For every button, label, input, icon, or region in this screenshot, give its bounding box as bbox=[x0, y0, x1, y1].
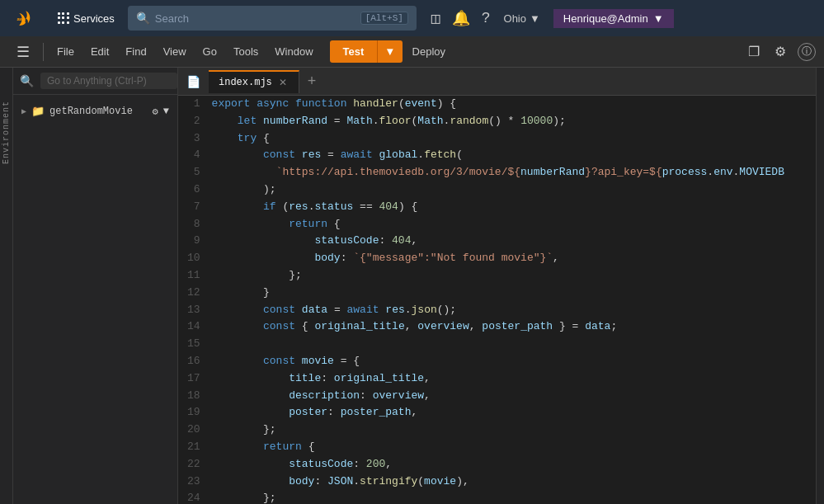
line-code: const res = await global.fetch( bbox=[212, 147, 816, 164]
line-code: if (res.status == 404) { bbox=[212, 199, 816, 216]
user-button[interactable]: Henrique@Admin ▼ bbox=[553, 9, 674, 28]
table-row: 1 export async function handler(event) { bbox=[178, 96, 816, 113]
tabs-bar: 📄 index.mjs ✕ + bbox=[178, 68, 816, 96]
panel-search-icon[interactable]: 🔍 bbox=[20, 74, 34, 88]
tab-label: index.mjs bbox=[219, 77, 272, 88]
tab-close-button[interactable]: ✕ bbox=[277, 77, 289, 88]
main-area: Environment 🔍 ▶ 📁 getRandomMovie ⚙ ▼ 📄 i… bbox=[0, 68, 824, 504]
expand-arrow-icon: ▶ bbox=[21, 106, 26, 116]
image-icon[interactable]: ◫ bbox=[431, 9, 440, 27]
region-caret: ▼ bbox=[530, 12, 540, 25]
gear-icon-sm[interactable]: ⚙ bbox=[153, 106, 158, 118]
menu-bar-right: ❐ ⚙ ⓘ bbox=[745, 40, 816, 63]
menu-tools[interactable]: Tools bbox=[225, 40, 266, 63]
menu-go[interactable]: Go bbox=[195, 40, 225, 63]
menu-file[interactable]: File bbox=[49, 40, 82, 63]
line-code: const data = await res.json(); bbox=[212, 302, 816, 319]
more-icon[interactable]: ▼ bbox=[163, 106, 169, 117]
services-label: Services bbox=[73, 12, 115, 25]
line-number: 13 bbox=[178, 302, 212, 319]
editor-area: 📄 index.mjs ✕ + 1 export async function … bbox=[178, 68, 816, 504]
line-number: 10 bbox=[178, 250, 212, 267]
tab-index-mjs[interactable]: index.mjs ✕ bbox=[209, 70, 299, 93]
file-panel: 🔍 ▶ 📁 getRandomMovie ⚙ ▼ bbox=[13, 68, 178, 504]
line-number: 5 bbox=[178, 164, 212, 181]
right-panel bbox=[816, 68, 824, 504]
menu-find[interactable]: Find bbox=[117, 40, 154, 63]
line-number: 9 bbox=[178, 233, 212, 250]
line-number: 19 bbox=[178, 404, 212, 422]
fullscreen-button[interactable]: ❐ bbox=[745, 40, 763, 63]
line-code: let numberRand = Math.floor(Math.random(… bbox=[212, 113, 816, 130]
sidebar-label: Environment bbox=[2, 101, 11, 164]
test-button-group: Test ▼ bbox=[330, 40, 403, 63]
table-row: 8 return { bbox=[178, 216, 816, 233]
line-code: const movie = { bbox=[212, 353, 816, 370]
info-button[interactable]: ⓘ bbox=[798, 43, 816, 61]
table-row: 2 let numberRand = Math.floor(Math.rando… bbox=[178, 113, 816, 130]
help-icon[interactable]: ? bbox=[482, 10, 491, 26]
table-row: 23 body: JSON.stringify(movie), bbox=[178, 473, 816, 491]
line-code: description: overview, bbox=[212, 388, 816, 405]
region-label: Ohio bbox=[504, 12, 526, 25]
line-number: 18 bbox=[178, 388, 212, 405]
line-code: title: original_title, bbox=[212, 370, 816, 388]
table-row: 10 body: `{"message":"Not found movie"}`… bbox=[178, 250, 816, 267]
line-number: 11 bbox=[178, 267, 212, 285]
sidebar-toggle[interactable]: ☰ bbox=[8, 40, 38, 64]
line-number: 21 bbox=[178, 439, 212, 456]
menu-view[interactable]: View bbox=[155, 40, 195, 63]
line-code: return { bbox=[212, 216, 816, 233]
table-row: 13 const data = await res.json(); bbox=[178, 302, 816, 319]
line-number: 1 bbox=[178, 96, 212, 113]
bell-icon[interactable]: 🔔 bbox=[452, 9, 470, 27]
search-bar: 🔍 [Alt+S] bbox=[128, 6, 417, 31]
line-code: ); bbox=[212, 181, 816, 199]
line-number: 23 bbox=[178, 473, 212, 491]
new-file-icon[interactable]: 📄 bbox=[178, 70, 209, 93]
file-panel-header: 🔍 bbox=[13, 68, 177, 95]
table-row: 6 ); bbox=[178, 181, 816, 199]
test-button[interactable]: Test bbox=[330, 40, 378, 63]
table-row: 22 statusCode: 200, bbox=[178, 456, 816, 473]
line-code: return { bbox=[212, 439, 816, 456]
line-code: statusCode: 200, bbox=[212, 456, 816, 473]
folder-name: getRandomMovie bbox=[49, 106, 133, 117]
menu-bar: ☰ File Edit Find View Go Tools Window Te… bbox=[0, 36, 824, 68]
line-number: 7 bbox=[178, 199, 212, 216]
svg-text:aws: aws bbox=[16, 16, 26, 21]
search-input[interactable] bbox=[155, 12, 355, 25]
line-number: 12 bbox=[178, 285, 212, 302]
menu-edit[interactable]: Edit bbox=[82, 40, 117, 63]
user-caret: ▼ bbox=[653, 12, 664, 25]
folder-icon: 📁 bbox=[31, 105, 45, 118]
file-tree-item[interactable]: ▶ 📁 getRandomMovie ⚙ ▼ bbox=[13, 101, 177, 121]
table-row: 7 if (res.status == 404) { bbox=[178, 199, 816, 216]
line-number: 14 bbox=[178, 318, 212, 336]
menu-separator bbox=[43, 43, 44, 61]
menu-window[interactable]: Window bbox=[266, 40, 321, 63]
nav-icons: ◫ 🔔 ? bbox=[431, 9, 491, 27]
table-row: 16 const movie = { bbox=[178, 353, 816, 370]
line-code: poster: poster_path, bbox=[212, 404, 816, 422]
add-tab-button[interactable]: + bbox=[299, 73, 325, 90]
line-number: 15 bbox=[178, 336, 212, 353]
region-button[interactable]: Ohio ▼ bbox=[497, 9, 547, 28]
line-code: `https://api.themoviedb.org/3/movie/${nu… bbox=[212, 164, 816, 181]
settings-button[interactable]: ⚙ bbox=[771, 40, 789, 63]
table-row: 11 }; bbox=[178, 267, 816, 285]
code-content[interactable]: 1 export async function handler(event) {… bbox=[178, 96, 816, 504]
grid-icon bbox=[58, 12, 69, 24]
services-button[interactable]: Services bbox=[51, 9, 121, 28]
table-row: 20 }; bbox=[178, 422, 816, 439]
line-code: body: JSON.stringify(movie), bbox=[212, 473, 816, 491]
line-code: } bbox=[212, 285, 816, 302]
line-number: 22 bbox=[178, 456, 212, 473]
aws-logo[interactable]: aws bbox=[8, 7, 45, 30]
deploy-button[interactable]: Deploy bbox=[403, 40, 455, 63]
line-code: }; bbox=[212, 422, 816, 439]
test-dropdown-button[interactable]: ▼ bbox=[377, 40, 402, 63]
file-search-input[interactable] bbox=[40, 73, 177, 89]
file-tree: ▶ 📁 getRandomMovie ⚙ ▼ bbox=[13, 95, 177, 504]
table-row: 12 } bbox=[178, 285, 816, 302]
